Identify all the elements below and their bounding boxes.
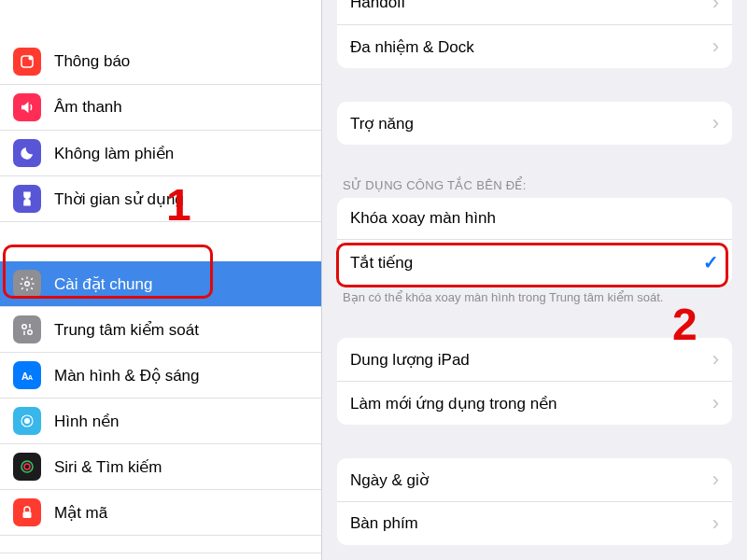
chevron-right-icon: › [712,469,719,490]
svg-point-3 [22,325,27,329]
row-label: Bàn phím [350,514,712,533]
detail-section-side-switch: SỬ DỤNG CÔNG TẮC BÊN ĐỂ: Khóa xoay màn h… [337,178,732,304]
detail-section-accessibility: Trợ năng › [337,102,732,145]
sidebar-item-display[interactable]: AA Màn hình & Độ sáng [0,353,321,399]
row-ipad-storage[interactable]: Dung lượng iPad › [337,338,732,381]
sidebar-item-label: Màn hình & Độ sáng [54,366,200,385]
sound-icon [13,93,41,121]
general-detail-pane: Handoff › Đa nhiệm & Dock › Trợ năng › S… [322,0,747,560]
detail-section-storage: Dung lượng iPad › Làm mới ứng dụng trong… [337,338,732,425]
detail-section-handoff: Handoff › Đa nhiệm & Dock › [337,0,732,68]
row-label: Dung lượng iPad [350,350,712,370]
checkmark-icon: ✓ [703,251,719,273]
row-label: Đa nhiệm & Dock [350,37,712,57]
sidebar-item-sounds[interactable]: Âm thanh [0,85,321,131]
svg-text:A: A [28,373,34,382]
row-keyboard[interactable]: Bàn phím › [337,501,732,545]
control-center-icon [13,315,41,343]
row-mute[interactable]: Tắt tiếng ✓ [337,239,732,285]
chevron-right-icon: › [712,113,719,133]
svg-point-2 [25,282,30,287]
row-label: Làm mới ứng dụng trong nền [350,394,712,413]
settings-sidebar: Thông báo Âm thanh Không làm phiền Thời … [0,0,322,560]
sidebar-item-label: Trung tâm kiểm soát [54,320,199,340]
chevron-right-icon: › [712,513,719,534]
svg-point-9 [21,461,33,472]
row-label: Handoff [350,0,712,12]
sidebar-item-general[interactable]: Cài đặt chung [0,261,321,307]
sidebar-item-label: Thời gian sử dụng [54,189,184,209]
row-label: Tắt tiếng [350,253,703,273]
sidebar-item-screen-time[interactable]: Thời gian sử dụng [0,176,321,222]
notification-icon [13,48,41,76]
sidebar-item-do-not-disturb[interactable]: Không làm phiền [0,131,321,176]
row-label: Trợ năng [350,114,712,133]
gear-icon [13,270,41,298]
row-label: Ngày & giờ [350,470,712,490]
row-accessibility[interactable]: Trợ năng › [337,102,732,145]
row-label: Khóa xoay màn hình [350,209,719,228]
row-date-time[interactable]: Ngày & giờ › [337,458,732,501]
sidebar-item-wallpaper[interactable]: Hình nền [0,399,321,444]
sidebar-item-passcode[interactable]: Mật mã [0,490,321,536]
sidebar-item-label: Mật mã [54,503,107,523]
svg-rect-11 [23,511,32,518]
sidebar-item-label: Thông báo [54,52,130,71]
do-not-disturb-icon [13,139,41,167]
chevron-right-icon: › [712,393,719,413]
sidebar-item-label: Siri & Tìm kiếm [54,457,162,477]
svg-point-4 [28,330,33,335]
sidebar-item-notifications[interactable]: Thông báo [0,39,321,85]
sidebar-item-truncated [0,536,321,553]
sidebar-item-label: Hình nền [54,412,120,431]
siri-icon [13,453,41,481]
sidebar-item-siri[interactable]: Siri & Tìm kiếm [0,444,321,490]
chevron-right-icon: › [712,36,719,57]
wallpaper-icon [13,407,41,435]
section-footer: Bạn có thể khóa xoay màn hình trong Trun… [337,285,732,304]
sidebar-group-1: Thông báo Âm thanh Không làm phiền Thời … [0,39,321,222]
row-handoff[interactable]: Handoff › [337,0,732,24]
detail-section-date-keyboard: Ngày & giờ › Bàn phím › [337,458,732,545]
svg-point-1 [29,56,34,61]
chevron-right-icon: › [712,349,719,370]
row-multitasking-dock[interactable]: Đa nhiệm & Dock › [337,24,732,68]
sidebar-item-control-center[interactable]: Trung tâm kiểm soát [0,307,321,353]
sidebar-item-label: Cài đặt chung [54,274,152,294]
svg-point-10 [24,464,30,469]
passcode-icon [13,498,41,526]
sidebar-item-label: Âm thanh [54,98,122,117]
row-background-app-refresh[interactable]: Làm mới ứng dụng trong nền › [337,381,732,425]
section-header: SỬ DỤNG CÔNG TẮC BÊN ĐỂ: [337,178,732,198]
chevron-right-icon: › [712,0,719,13]
sidebar-item-label: Không làm phiền [54,144,174,163]
svg-point-7 [24,418,30,424]
sidebar-group-2: Cài đặt chung Trung tâm kiểm soát AA Màn… [0,261,321,553]
display-icon: AA [13,361,41,389]
screen-time-icon [13,185,41,213]
row-lock-rotation[interactable]: Khóa xoay màn hình [337,198,732,239]
